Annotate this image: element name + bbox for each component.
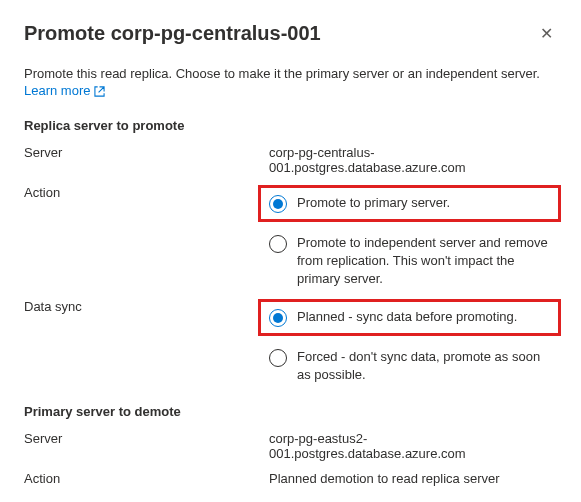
primary-action-value: Planned demotion to read replica server [269,471,557,486]
replica-server-value: corp-pg-centralus-001.postgres.database.… [269,145,557,175]
action-label: Action [24,185,269,200]
intro-text: Promote this read replica. Choose to mak… [24,66,557,81]
radio-selected-icon [269,309,287,327]
primary-server-label: Server [24,431,269,446]
learn-more-link[interactable]: Learn more [24,83,105,98]
datasync-option-forced[interactable]: Forced - don't sync data, promote as soo… [269,348,557,384]
radio-unselected-icon [269,235,287,253]
datasync-option-forced-label: Forced - don't sync data, promote as soo… [297,348,557,384]
action-option-independent-label: Promote to independent server and remove… [297,234,557,289]
close-icon: ✕ [540,25,553,42]
panel-title: Promote corp-pg-centralus-001 [24,22,321,45]
action-option-independent[interactable]: Promote to independent server and remove… [269,234,557,289]
primary-section-heading: Primary server to demote [24,404,557,419]
radio-selected-icon [269,195,287,213]
radio-unselected-icon [269,349,287,367]
datasync-option-planned[interactable]: Planned - sync data before promoting. [258,299,561,336]
replica-server-label: Server [24,145,269,160]
external-link-icon [94,85,105,96]
primary-action-label: Action [24,471,269,486]
action-option-primary-label: Promote to primary server. [297,194,450,212]
action-option-primary[interactable]: Promote to primary server. [258,185,561,222]
datasync-option-planned-label: Planned - sync data before promoting. [297,308,517,326]
datasync-label: Data sync [24,299,269,314]
close-button[interactable]: ✕ [536,22,557,46]
replica-section-heading: Replica server to promote [24,118,557,133]
learn-more-label: Learn more [24,83,90,98]
primary-server-value: corp-pg-eastus2-001.postgres.database.az… [269,431,557,461]
